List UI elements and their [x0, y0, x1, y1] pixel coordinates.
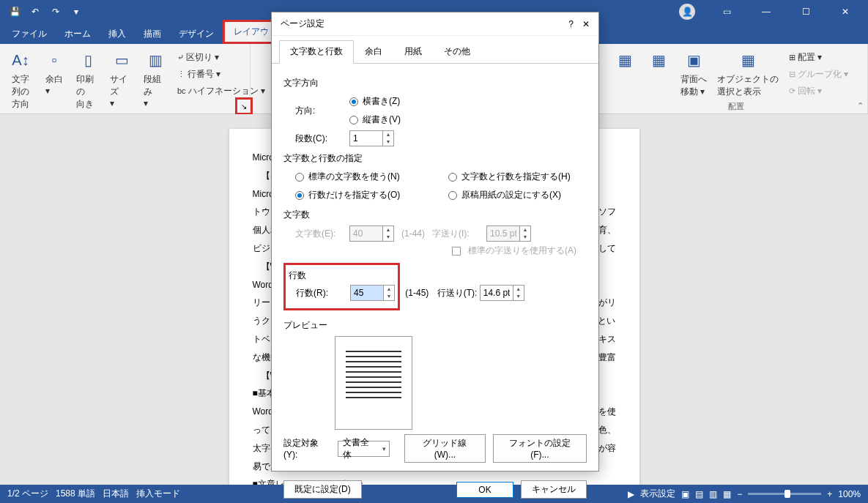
display-settings-icon[interactable]: ▶	[628, 489, 634, 499]
dialog-tab-chars-lines[interactable]: 文字数と行数	[279, 40, 354, 64]
orientation-button[interactable]: ▯印刷の 向き ▾	[73, 47, 103, 122]
chars-label: 文字数(E):	[295, 228, 342, 240]
radio-genkou-label: 原稿用紙の設定にする(X)	[461, 189, 561, 201]
cancel-button[interactable]: キャンセル	[521, 480, 587, 499]
line-numbers-button[interactable]: ⋮ 行番号 ▾	[174, 67, 268, 82]
tab-insert[interactable]: 挿入	[100, 24, 135, 44]
dialog-title: ページ設定	[281, 18, 324, 30]
align-button[interactable]: ⊞ 配置 ▾	[786, 50, 851, 65]
lines-spinner[interactable]: ▲▼	[350, 285, 395, 301]
columns-spinner[interactable]: ▲▼	[349, 130, 394, 146]
radio-standard[interactable]	[295, 173, 304, 182]
char-pitch-label: 字送り(I):	[432, 228, 479, 240]
status-display-settings[interactable]: 表示設定	[640, 488, 675, 500]
chars-spinner: ▲▼	[349, 226, 394, 242]
status-insert-mode[interactable]: 挿入モード	[136, 488, 180, 500]
lines-input[interactable]	[351, 286, 383, 300]
ribbon-group-arrange: 配置	[610, 100, 861, 112]
zoom-slider[interactable]	[748, 493, 821, 495]
radio-lines-only-label: 行数だけを指定する(O)	[308, 189, 400, 201]
size-button[interactable]: ▭サイズ ▾	[107, 47, 136, 122]
lines-range: (1-45)	[405, 288, 429, 298]
status-words[interactable]: 1588 単語	[56, 488, 95, 500]
breaks-button[interactable]: ⤶ 区切り ▾	[174, 50, 268, 65]
radio-vertical-label: 縦書き(V)	[363, 113, 401, 126]
text-direction-button[interactable]: A↕文字列の 方向 ▾	[6, 47, 35, 122]
radio-genkou[interactable]	[448, 191, 457, 200]
status-language[interactable]: 日本語	[103, 488, 129, 500]
set-default-button[interactable]: 既定に設定(D)	[283, 480, 362, 499]
text-direction-section: 文字方向	[283, 77, 587, 89]
position-button[interactable]: ▦	[610, 47, 639, 100]
selection-pane-button[interactable]: ▦オブジェクトの 選択と表示	[714, 47, 782, 100]
radio-specify-both-label: 文字数と行数を指定する(H)	[461, 171, 571, 183]
send-backward-button[interactable]: ▣背面へ 移動 ▾	[678, 47, 710, 100]
page-setup-dialog-launcher[interactable]: ↘	[235, 97, 253, 115]
dialog-tab-paper[interactable]: 用紙	[393, 40, 433, 63]
chars-section: 文字数	[283, 209, 587, 221]
tab-file[interactable]: ファイル	[3, 24, 56, 44]
maximize-icon[interactable]: ☐	[789, 0, 823, 23]
margins-button[interactable]: ▫余白 ▾	[40, 47, 69, 122]
ribbon-collapse-icon[interactable]: ⌃	[857, 101, 864, 111]
line-pitch-spinner[interactable]: ▲▼	[480, 285, 524, 301]
user-avatar[interactable]: 👤	[679, 4, 695, 20]
dialog-tab-other[interactable]: その他	[433, 40, 481, 63]
status-page[interactable]: 1/2 ページ	[7, 488, 48, 500]
font-settings-button[interactable]: フォントの設定(F)...	[493, 434, 587, 463]
focus-mode-icon[interactable]: ▣	[681, 489, 689, 499]
dialog-close-icon[interactable]: ✕	[582, 19, 590, 29]
web-layout-icon[interactable]: ▦	[723, 489, 731, 499]
grid-button[interactable]: グリッド線(W)...	[404, 434, 485, 463]
apply-to-select[interactable]: 文書全体	[338, 441, 390, 457]
hyphenation-button[interactable]: bc ハイフネーション ▾	[174, 83, 268, 99]
page-setup-dialog: ページ設定 ? ✕ 文字数と行数 余白 用紙 その他 文字方向 方向: 横書き(…	[271, 12, 599, 472]
minimize-icon[interactable]: —	[749, 0, 783, 23]
redo-icon[interactable]: ↷	[47, 3, 64, 21]
save-icon[interactable]: 💾	[6, 3, 23, 21]
dialog-tab-margins[interactable]: 余白	[354, 40, 393, 63]
radio-lines-only[interactable]	[295, 191, 304, 200]
columns-button[interactable]: ▥段組み ▾	[141, 47, 170, 122]
undo-icon[interactable]: ↶	[26, 3, 44, 21]
tab-home[interactable]: ホーム	[56, 24, 100, 44]
chars-range: (1-44)	[401, 228, 425, 239]
zoom-level[interactable]: 100%	[838, 489, 861, 499]
wrap-text-button[interactable]: ▦	[644, 47, 673, 100]
preview-section: プレビュー	[283, 319, 587, 332]
apply-to-label: 設定対象(Y):	[283, 437, 330, 460]
specify-section: 文字数と行数の指定	[283, 152, 587, 165]
read-mode-icon[interactable]: ▤	[695, 489, 703, 499]
radio-vertical[interactable]	[349, 116, 358, 124]
ok-button[interactable]: OK	[456, 482, 513, 498]
radio-horizontal-label: 横書き(Z)	[363, 95, 400, 108]
char-pitch-input	[487, 226, 519, 241]
radio-horizontal[interactable]	[349, 97, 358, 106]
columns-label: 段数(C):	[295, 133, 342, 145]
line-pitch-label: 行送り(T):	[437, 288, 478, 298]
quick-access-toolbar: 💾 ↶ ↷ ▾	[6, 3, 85, 21]
line-pitch-input[interactable]	[481, 286, 513, 300]
radio-specify-both[interactable]	[448, 173, 457, 182]
columns-input[interactable]	[350, 131, 382, 146]
tab-design[interactable]: デザイン	[170, 24, 223, 44]
tab-draw[interactable]: 描画	[135, 24, 170, 44]
default-pitch-checkbox	[452, 247, 461, 256]
dialog-tabs: 文字数と行数 余白 用紙 その他	[272, 36, 598, 64]
qat-customize-icon[interactable]: ▾	[67, 3, 85, 21]
dialog-help-icon[interactable]: ?	[568, 19, 574, 29]
rotate-button: ⟳ 回転 ▾	[786, 83, 851, 99]
radio-standard-label: 標準の文字数を使う(N)	[308, 171, 400, 183]
zoom-in-icon[interactable]: +	[827, 489, 832, 499]
zoom-out-icon[interactable]: −	[737, 489, 742, 499]
print-layout-icon[interactable]: ▥	[709, 489, 717, 499]
group-button: ⊟ グループ化 ▾	[786, 67, 851, 82]
default-pitch-label: 標準の字送りを使用する(A)	[468, 245, 576, 257]
dialog-titlebar: ページ設定 ? ✕	[272, 12, 598, 36]
titlebar-right: 👤 ▭ — ☐ ✕	[679, 0, 862, 23]
char-pitch-spinner: ▲▼	[486, 226, 531, 242]
lines-label: 行数(R):	[296, 287, 343, 299]
chars-input	[350, 226, 382, 241]
close-icon[interactable]: ✕	[828, 0, 862, 23]
ribbon-display-icon[interactable]: ▭	[710, 0, 743, 23]
